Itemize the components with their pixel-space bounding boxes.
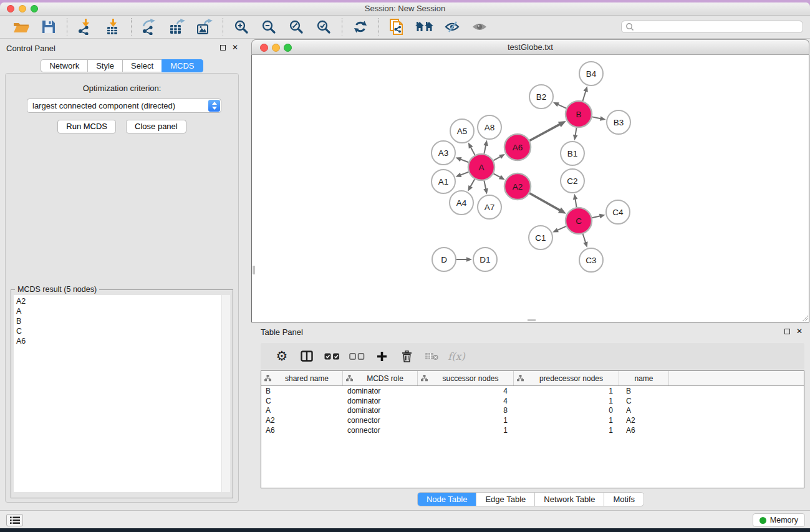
- column-header-predecessor-nodes[interactable]: predecessor nodes: [514, 371, 619, 385]
- table-cell[interactable]: 1: [514, 416, 619, 425]
- zoom-in-button[interactable]: [228, 17, 255, 37]
- column-settings-button[interactable]: ⚙: [269, 346, 294, 367]
- tab-edge-table[interactable]: Edge Table: [476, 493, 534, 506]
- table-cell[interactable]: A: [261, 406, 343, 415]
- maximize-window-button[interactable]: [31, 5, 38, 12]
- minimize-window-button[interactable]: [272, 44, 280, 52]
- delete-table-button-disabled[interactable]: [419, 346, 444, 367]
- mcds-result-item[interactable]: A: [14, 307, 230, 317]
- tab-network[interactable]: Network: [41, 59, 88, 72]
- graph-edge-B-B4[interactable]: [582, 90, 586, 101]
- search-input[interactable]: [634, 22, 803, 31]
- graph-edge-B-B3[interactable]: [592, 117, 602, 118]
- memory-button[interactable]: Memory: [753, 513, 805, 527]
- graph-edge-C-C3[interactable]: [583, 234, 586, 243]
- column-header-successor-nodes[interactable]: successor nodes: [418, 371, 514, 385]
- table-cell[interactable]: 4: [418, 387, 514, 395]
- clone-network-button[interactable]: [383, 17, 411, 37]
- table-cell[interactable]: dominator: [343, 406, 418, 415]
- zoom-fit-button[interactable]: [282, 17, 310, 37]
- export-table-button[interactable]: [163, 17, 191, 37]
- graph-edge-A-A6[interactable]: [493, 156, 501, 160]
- close-window-button[interactable]: [7, 5, 14, 12]
- table-cell[interactable]: C: [261, 397, 343, 405]
- tab-motifs[interactable]: Motifs: [604, 493, 644, 506]
- import-network-button[interactable]: [72, 17, 99, 37]
- mcds-result-item[interactable]: B: [14, 317, 230, 327]
- import-table-button[interactable]: [99, 17, 127, 37]
- graph-edge-A-A5[interactable]: [470, 147, 475, 155]
- export-image-button[interactable]: [191, 17, 218, 37]
- graph-edge-A-A7[interactable]: [484, 181, 486, 190]
- canvas-scroll-thumb-left[interactable]: [253, 266, 255, 274]
- table-cell[interactable]: 1: [514, 387, 619, 395]
- table-cell[interactable]: A6: [619, 426, 669, 435]
- export-network-button[interactable]: [136, 17, 163, 37]
- table-cell[interactable]: connector: [343, 426, 418, 435]
- close-panel-icon[interactable]: ✕: [796, 328, 803, 335]
- float-panel-icon[interactable]: [220, 45, 226, 51]
- mcds-list-scrollbar[interactable]: [221, 295, 230, 492]
- mcds-result-item[interactable]: C: [14, 327, 230, 337]
- table-cell[interactable]: A2: [619, 416, 669, 425]
- resize-grip-icon[interactable]: [801, 314, 808, 321]
- graph-edge-A-A4[interactable]: [470, 179, 475, 187]
- zoom-selected-button[interactable]: [310, 17, 337, 37]
- tab-style[interactable]: Style: [87, 59, 123, 72]
- graph-edge-A6-B[interactable]: [529, 124, 561, 141]
- float-panel-icon[interactable]: [784, 329, 790, 334]
- close-panel-icon[interactable]: ✕: [232, 44, 238, 51]
- graph-edge-A-A2[interactable]: [493, 173, 501, 177]
- close-panel-button[interactable]: Close panel: [126, 120, 186, 133]
- refresh-button[interactable]: [347, 17, 374, 37]
- run-mcds-button[interactable]: Run MCDS: [57, 120, 116, 133]
- graph-edge-B-B1[interactable]: [575, 128, 576, 137]
- close-window-button[interactable]: [260, 44, 268, 52]
- table-cell[interactable]: A6: [261, 426, 343, 435]
- graph-edge-C-C2[interactable]: [575, 198, 576, 208]
- table-cell[interactable]: 0: [514, 406, 619, 415]
- tab-node-table[interactable]: Node Table: [418, 493, 476, 506]
- home-view-button[interactable]: [411, 17, 438, 37]
- mcds-result-item[interactable]: A2: [14, 297, 230, 307]
- column-header-name[interactable]: name: [619, 371, 669, 385]
- table-cell[interactable]: dominator: [343, 387, 418, 395]
- hide-panels-button[interactable]: [438, 17, 466, 37]
- delete-column-button[interactable]: [394, 346, 419, 367]
- tab-select[interactable]: Select: [122, 59, 162, 72]
- table-row[interactable]: A2connector11A2: [261, 415, 804, 425]
- criterion-dropdown[interactable]: largest connected component (directed): [27, 99, 221, 113]
- save-session-button[interactable]: [35, 17, 62, 37]
- zoom-out-button[interactable]: [255, 17, 282, 37]
- table-cell[interactable]: 4: [418, 397, 514, 405]
- column-header-shared-name[interactable]: shared name: [261, 371, 343, 385]
- show-columns-button[interactable]: [294, 346, 319, 367]
- create-column-button[interactable]: [369, 346, 394, 367]
- network-canvas[interactable]: B4B2BB3A5A8A6B1A3AC2A1A2A4A7C4CC1C3DD1: [251, 55, 809, 322]
- tab-network-table[interactable]: Network Table: [534, 493, 604, 506]
- table-cell[interactable]: 1: [418, 426, 514, 435]
- select-all-button[interactable]: [319, 346, 344, 367]
- task-history-button[interactable]: [6, 514, 23, 526]
- tab-mcds[interactable]: MCDS: [162, 59, 203, 72]
- network-graph[interactable]: B4B2BB3A5A8A6B1A3AC2A1A2A4A7C4CC1C3DD1: [252, 55, 809, 321]
- graph-edge-A-A8[interactable]: [484, 144, 486, 153]
- table-cell[interactable]: C: [619, 397, 669, 405]
- graph-edge-A-A1[interactable]: [460, 172, 468, 175]
- table-cell[interactable]: A2: [261, 416, 343, 425]
- deselect-all-button[interactable]: [344, 346, 369, 367]
- graph-edge-A-A3[interactable]: [460, 159, 468, 162]
- table-row[interactable]: Bdominator41B: [261, 386, 804, 396]
- table-cell[interactable]: B: [619, 387, 669, 395]
- canvas-scroll-thumb-bottom[interactable]: [528, 319, 536, 321]
- table-cell[interactable]: dominator: [343, 397, 418, 405]
- table-cell[interactable]: 1: [418, 416, 514, 425]
- table-cell[interactable]: 8: [418, 406, 514, 415]
- network-window-titlebar[interactable]: testGlobe.txt: [251, 39, 809, 55]
- minimize-window-button[interactable]: [19, 5, 26, 12]
- table-cell[interactable]: connector: [343, 416, 418, 425]
- graph-edge-C-C4[interactable]: [592, 216, 600, 218]
- mcds-result-item[interactable]: A6: [14, 337, 230, 347]
- show-panels-button[interactable]: [466, 17, 493, 37]
- table-row[interactable]: A6connector11A6: [261, 425, 804, 435]
